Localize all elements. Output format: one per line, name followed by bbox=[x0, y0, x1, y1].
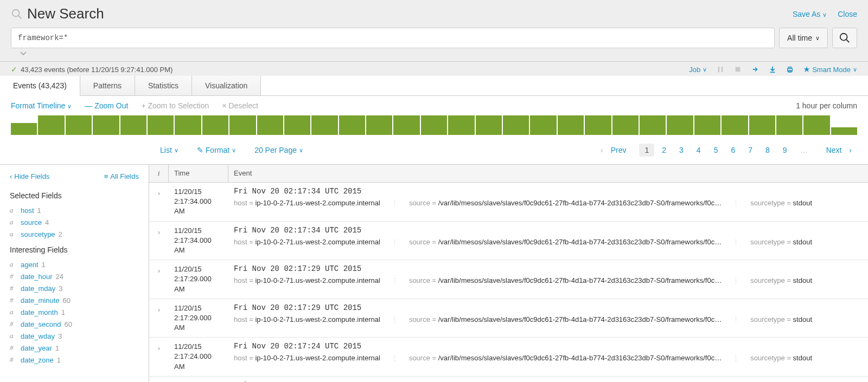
field-item[interactable]: aagent1 bbox=[10, 258, 139, 270]
page-title: New Search bbox=[27, 5, 104, 22]
field-item[interactable]: adate_month1 bbox=[10, 306, 139, 318]
col-time[interactable]: Time bbox=[169, 165, 228, 182]
svg-line-3 bbox=[846, 40, 850, 43]
svg-point-0 bbox=[12, 9, 20, 16]
save-as-button[interactable]: Save As ∨ bbox=[793, 10, 827, 18]
field-item[interactable]: ahost1 bbox=[10, 204, 139, 216]
tab-visualization[interactable]: Visualization bbox=[192, 76, 261, 95]
field-item[interactable]: #date_second60 bbox=[10, 318, 139, 330]
pager-page[interactable]: 4 bbox=[691, 144, 706, 157]
download-icon[interactable] bbox=[769, 66, 776, 73]
share-icon[interactable] bbox=[751, 66, 759, 73]
field-item[interactable]: #date_zone1 bbox=[10, 354, 139, 366]
event-host[interactable]: host = ip-10-0-2-71.us-west-2.compute.in… bbox=[234, 354, 380, 362]
pager-next[interactable]: Next › bbox=[815, 144, 857, 157]
format-timeline[interactable]: Format Timeline ∨ bbox=[11, 101, 72, 110]
expand-event[interactable]: › bbox=[149, 342, 169, 372]
event-host[interactable]: host = ip-10-0-2-71.us-west-2.compute.in… bbox=[234, 315, 380, 323]
event-raw[interactable]: Fri Nov 20 02:17:29 UTC 2015 bbox=[234, 303, 863, 312]
pager-prev: ‹ Prev bbox=[595, 144, 637, 157]
pager-page[interactable]: 3 bbox=[674, 144, 689, 157]
tab-statistics[interactable]: Statistics bbox=[135, 76, 192, 95]
event-source[interactable]: source = /var/lib/mesos/slave/slaves/f0c… bbox=[409, 199, 722, 207]
expand-event[interactable]: › bbox=[149, 303, 169, 333]
deselect: × Deselect bbox=[222, 101, 258, 110]
event-sourcetype[interactable]: sourcetype = stdout bbox=[750, 238, 812, 246]
pager-page[interactable]: 8 bbox=[760, 144, 775, 157]
pause-icon[interactable] bbox=[717, 66, 724, 73]
event-row: › 11/20/152:17:34.000 AM Fri Nov 20 02:1… bbox=[149, 222, 868, 261]
field-item[interactable]: adate_wday3 bbox=[10, 330, 139, 342]
zoom-to-selection: + Zoom to Selection bbox=[141, 101, 209, 110]
search-assist-toggle[interactable] bbox=[20, 50, 857, 56]
event-time: 11/20/152:17:34.000 AM bbox=[169, 187, 228, 217]
event-raw[interactable]: Fri Nov 20 02:17:29 UTC 2015 bbox=[234, 264, 863, 273]
pager-page[interactable]: 6 bbox=[725, 144, 741, 157]
all-fields[interactable]: ≡ All Fields bbox=[104, 172, 139, 180]
event-time: 11/20/152:17:29.000 AM bbox=[169, 264, 228, 294]
timeline-chart[interactable] bbox=[0, 115, 868, 136]
event-host[interactable]: host = ip-10-0-2-71.us-west-2.compute.in… bbox=[234, 199, 380, 207]
svg-rect-5 bbox=[722, 67, 723, 73]
stop-icon[interactable] bbox=[734, 66, 742, 73]
search-icon bbox=[11, 8, 23, 20]
event-host[interactable]: host = ip-10-0-2-71.us-west-2.compute.in… bbox=[234, 276, 380, 284]
event-row: › 11/20/152:17:29.000 AM Fri Nov 20 02:1… bbox=[149, 260, 868, 299]
event-host[interactable]: host = ip-10-0-2-71.us-west-2.compute.in… bbox=[234, 238, 380, 246]
pager-more: … bbox=[795, 144, 813, 157]
event-time: 11/20/152:17:24.000 AM bbox=[169, 342, 228, 372]
svg-rect-8 bbox=[789, 67, 792, 69]
pager-page[interactable]: 7 bbox=[743, 144, 758, 157]
field-item[interactable]: #date_hour24 bbox=[10, 270, 139, 282]
event-raw[interactable]: Fri Nov 20 02:17:24 UTC 2015 bbox=[234, 342, 863, 351]
search-input[interactable] bbox=[11, 28, 775, 48]
event-source[interactable]: source = /var/lib/mesos/slave/slaves/f0c… bbox=[409, 315, 722, 323]
field-item[interactable]: #date_minute60 bbox=[10, 294, 139, 306]
search-button[interactable] bbox=[832, 28, 857, 48]
field-item[interactable]: #date_year1 bbox=[10, 342, 139, 354]
pagination: ‹ Prev 1 2 3 4 5 6 7 8 9 … Next › bbox=[595, 144, 857, 157]
job-menu[interactable]: Job ∨ bbox=[689, 66, 707, 74]
svg-rect-4 bbox=[718, 67, 720, 73]
event-sourcetype[interactable]: sourcetype = stdout bbox=[750, 276, 812, 284]
col-event: Event bbox=[228, 165, 868, 182]
close-button[interactable]: Close bbox=[838, 10, 857, 18]
time-range-picker[interactable]: All time∨ bbox=[779, 28, 828, 48]
field-item[interactable]: asourcetype2 bbox=[10, 228, 139, 240]
expand-event[interactable]: › bbox=[149, 187, 169, 217]
print-icon[interactable] bbox=[786, 66, 794, 73]
interesting-fields-header: Interesting Fields bbox=[10, 245, 139, 254]
event-time: 11/20/152:17:34.000 AM bbox=[169, 226, 228, 256]
event-source[interactable]: source = /var/lib/mesos/slave/slaves/f0c… bbox=[409, 354, 722, 362]
event-source[interactable]: source = /var/lib/mesos/slave/slaves/f0c… bbox=[409, 238, 722, 246]
svg-rect-6 bbox=[736, 67, 741, 72]
event-sourcetype[interactable]: sourcetype = stdout bbox=[750, 315, 812, 323]
svg-line-1 bbox=[18, 15, 22, 18]
search-mode[interactable]: Smart Mode ∨ bbox=[803, 66, 857, 74]
event-time: 11/20/152:17:29.000 AM bbox=[169, 303, 228, 333]
timeline-scale: 1 hour per column bbox=[796, 101, 857, 110]
event-source[interactable]: source = /var/lib/mesos/slave/slaves/f0c… bbox=[409, 276, 722, 284]
zoom-out[interactable]: — Zoom Out bbox=[85, 101, 128, 110]
pager-page[interactable]: 9 bbox=[777, 144, 793, 157]
field-item[interactable]: #date_mday3 bbox=[10, 282, 139, 294]
field-item[interactable]: asource4 bbox=[10, 216, 139, 228]
pager-page[interactable]: 1 bbox=[639, 144, 654, 157]
col-info: i bbox=[149, 165, 169, 182]
expand-event[interactable]: › bbox=[149, 264, 169, 294]
view-mode-list[interactable]: List ∨ bbox=[160, 146, 178, 154]
event-raw[interactable]: Fri Nov 20 02:17:34 UTC 2015 bbox=[234, 187, 863, 196]
event-sourcetype[interactable]: sourcetype = stdout bbox=[750, 354, 812, 362]
tab-events[interactable]: Events (43,423) bbox=[0, 76, 80, 96]
pager-page[interactable]: 5 bbox=[709, 144, 724, 157]
per-page[interactable]: 20 Per Page ∨ bbox=[254, 146, 303, 154]
format-events[interactable]: ✎Format ∨ bbox=[197, 146, 236, 154]
pager-page[interactable]: 2 bbox=[656, 144, 672, 157]
selected-fields-header: Selected Fields bbox=[10, 191, 139, 200]
expand-event[interactable]: › bbox=[149, 226, 169, 256]
hide-fields[interactable]: ‹ Hide Fields bbox=[10, 172, 49, 180]
event-raw[interactable]: Fri Nov 20 02:17:34 UTC 2015 bbox=[234, 226, 863, 235]
event-row: › 11/20/152:17:24.000 AM Fri Nov 20 02:1… bbox=[149, 377, 868, 382]
tab-patterns[interactable]: Patterns bbox=[80, 76, 135, 95]
event-sourcetype[interactable]: sourcetype = stdout bbox=[750, 199, 812, 207]
